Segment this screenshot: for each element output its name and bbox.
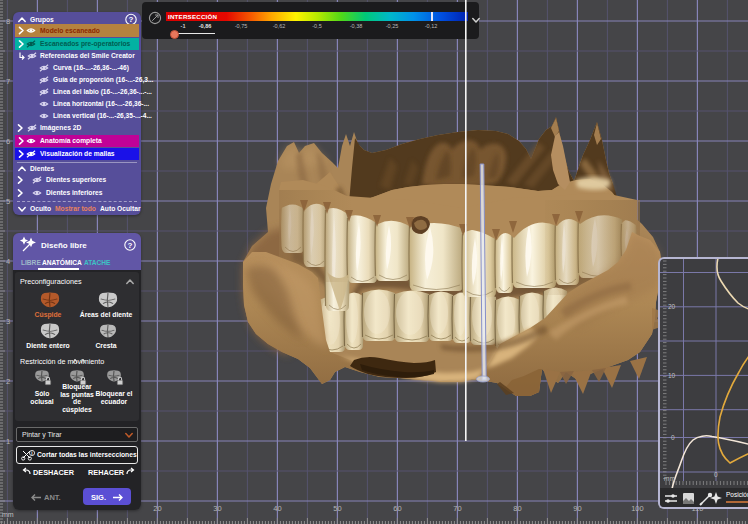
svg-text:?: ? bbox=[129, 15, 134, 24]
svg-text:i: i bbox=[31, 451, 32, 456]
svg-text:?: ? bbox=[128, 241, 133, 250]
